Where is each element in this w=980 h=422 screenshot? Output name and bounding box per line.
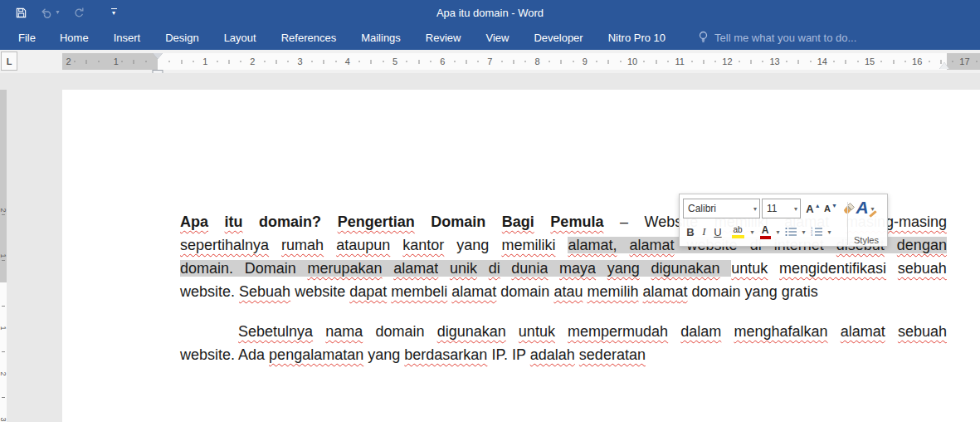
word: Domain	[431, 213, 485, 230]
font-size-combobox[interactable]: 11 ▾	[762, 199, 801, 218]
word: dunia	[511, 260, 548, 277]
ruler-number: 6	[440, 53, 445, 70]
underline-button[interactable]: U	[710, 222, 725, 242]
first-line-indent-marker[interactable]	[153, 53, 163, 59]
ruler-row: L 123456789101112131415161721	[0, 50, 980, 73]
word: membeli	[391, 283, 447, 300]
word: unik	[450, 260, 477, 277]
horizontal-ruler: 123456789101112131415161721	[0, 53, 980, 70]
ruler-number: 17	[959, 53, 969, 70]
shrink-font-button[interactable]: A▼	[822, 199, 839, 218]
word: itu	[225, 213, 243, 230]
ruler-number: 10	[627, 53, 637, 70]
highlight-color-button[interactable]: ab	[728, 222, 748, 242]
font-color-button[interactable]: A	[757, 222, 773, 242]
word: Ada	[238, 346, 265, 363]
word: Pengertian	[338, 213, 415, 230]
svg-text:3: 3	[811, 233, 813, 237]
tab-file[interactable]: File	[7, 25, 47, 50]
ruler-number: 13	[769, 53, 779, 70]
word: alamat,	[568, 237, 617, 253]
bullet-list-icon	[785, 227, 797, 237]
tab-layout[interactable]: Layout	[212, 25, 269, 50]
ruler-number: 16	[912, 53, 922, 70]
word: alamat	[451, 283, 496, 300]
title-bar: Apa itu domain - Word ▾	[0, 0, 980, 25]
word: IP.	[491, 346, 508, 363]
tab-home[interactable]: Home	[47, 25, 101, 50]
tab-design[interactable]: Design	[153, 25, 211, 50]
right-indent-marker[interactable]	[939, 62, 949, 69]
bullets-button[interactable]	[783, 222, 799, 242]
word-window: Apa itu domain - Word ▾	[0, 0, 980, 422]
tab-references[interactable]: References	[269, 25, 349, 50]
word: Sebuah	[239, 283, 290, 300]
word: Pemula	[550, 213, 603, 230]
font-name-value: Calibri	[688, 203, 749, 214]
word: domain?	[259, 213, 321, 230]
numbered-list-icon: 1 2 3	[811, 227, 823, 237]
word: Domain	[245, 260, 296, 277]
ruler-number: 7	[487, 53, 492, 70]
word: dengan	[897, 237, 947, 253]
tab-nitro-pro-10[interactable]: Nitro Pro 10	[596, 25, 678, 50]
text-line: website. Sebuah website dapat membeli al…	[180, 280, 947, 303]
ruler-number: 12	[722, 53, 732, 70]
word: digunakan	[651, 260, 720, 277]
font-size-value: 11	[767, 203, 790, 214]
tab-view[interactable]: View	[473, 25, 521, 50]
quick-access-toolbar: ▾ ▾	[8, 0, 126, 25]
font-color-dropdown[interactable]: ▾	[773, 222, 783, 242]
text-line: domain. Domain merupakan alamat unik di …	[180, 257, 947, 280]
ruler-number: 3	[298, 53, 303, 70]
tell-me-box[interactable]: Tell me what you want to do...	[698, 31, 856, 44]
styles-button[interactable]: A ▾ Styles	[849, 197, 884, 247]
bold-button[interactable]: B	[683, 222, 698, 242]
word: IP	[512, 346, 526, 363]
customize-quick-access-icon[interactable]: ▾	[101, 2, 126, 23]
tab-developer[interactable]: Developer	[521, 25, 595, 50]
highlight-color-dropdown[interactable]: ▾	[748, 222, 757, 242]
word: kantor	[402, 237, 444, 253]
ribbon-tab-bar: FileHomeInsertDesignLayoutReferencesMail…	[0, 25, 980, 50]
grow-font-button[interactable]: A▲	[804, 199, 822, 218]
word: Apa	[180, 213, 208, 230]
ruler-number: 2	[250, 53, 255, 70]
page[interactable]: Apa itu domain? Pengertian Domain Bagi P…	[62, 90, 980, 422]
mini-format-toolbar: Calibri ▾ 11 ▾ A▲ A▼ B	[679, 194, 888, 247]
word: sederatan	[579, 346, 646, 363]
word: memiliki	[501, 237, 555, 253]
tab-mailings[interactable]: Mailings	[349, 25, 413, 50]
word: atau	[553, 283, 583, 300]
word: dalam	[680, 323, 721, 340]
word: memilih	[587, 283, 638, 300]
word: domain	[500, 283, 549, 300]
ruler-number: 14	[817, 53, 827, 70]
italic-button[interactable]: I	[698, 222, 710, 242]
font-name-combobox[interactable]: Calibri ▾	[683, 199, 760, 218]
word: mempermudah	[568, 323, 668, 340]
ruler-number: 11	[675, 53, 684, 70]
word: yang	[607, 260, 640, 277]
numbering-button[interactable]: 1 2 3	[808, 222, 825, 242]
word: Sebetulnya	[238, 323, 313, 340]
word: yang	[456, 237, 489, 253]
ruler-number: 9	[583, 53, 588, 70]
tab-review[interactable]: Review	[413, 25, 474, 50]
text-line: Sebetulnya nama domain digunakan untuk m…	[180, 320, 947, 343]
word: alamat	[841, 323, 885, 340]
vertical-ruler: 123421	[0, 90, 7, 422]
word: nama	[325, 323, 363, 340]
ruler-number: 4	[345, 53, 350, 70]
word: pengalamatan	[269, 346, 363, 363]
word: sebuah	[898, 323, 947, 340]
word: domain	[375, 323, 424, 340]
save-icon[interactable]	[8, 2, 33, 23]
bullets-dropdown[interactable]: ▾	[799, 222, 808, 242]
chevron-down-icon[interactable]: ▾	[792, 205, 800, 213]
word: rumah	[281, 237, 324, 253]
numbering-dropdown[interactable]: ▾	[825, 222, 834, 242]
tab-insert[interactable]: Insert	[101, 25, 154, 50]
chevron-down-icon[interactable]: ▾	[751, 205, 759, 213]
lightbulb-icon	[698, 31, 709, 44]
